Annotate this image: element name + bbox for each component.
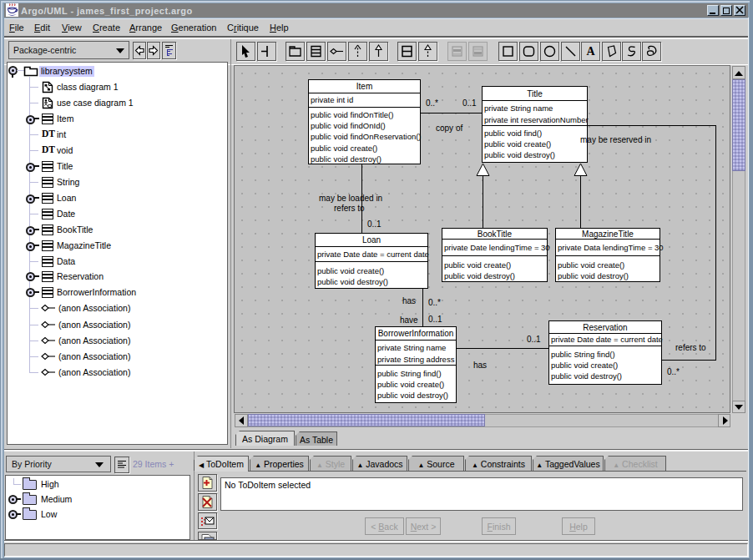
- svg-text:A: A: [586, 45, 595, 58]
